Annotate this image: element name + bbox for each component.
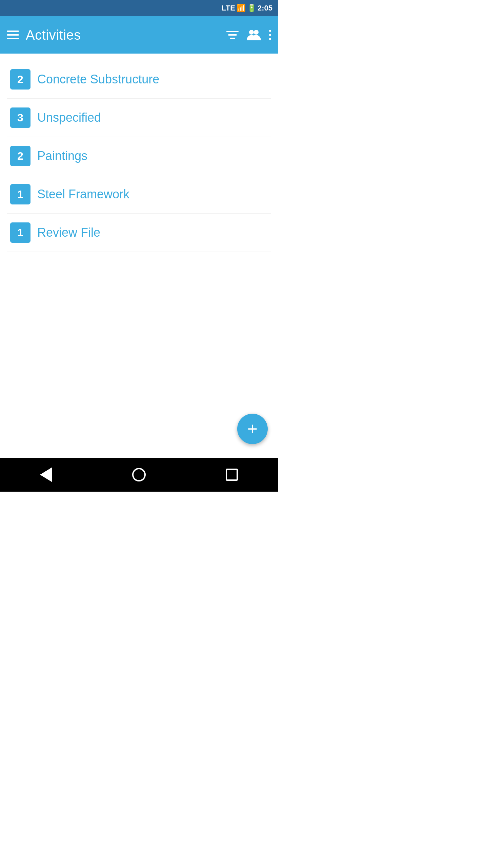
people-icon[interactable] bbox=[245, 26, 262, 43]
recents-button[interactable] bbox=[226, 469, 238, 481]
back-icon bbox=[40, 467, 52, 482]
app-bar-left: Activities bbox=[7, 27, 81, 43]
item-badge: 2 bbox=[10, 146, 30, 166]
svg-point-1 bbox=[254, 30, 259, 35]
item-label: Unspecified bbox=[37, 111, 101, 125]
list-item[interactable]: 2 Concrete Substructure bbox=[7, 60, 271, 99]
svg-point-0 bbox=[249, 30, 254, 35]
status-signal: 📶 bbox=[237, 4, 246, 13]
page-title: Activities bbox=[26, 27, 81, 43]
status-lte: LTE bbox=[222, 4, 235, 13]
status-bar: LTE 📶 🔋 2:05 bbox=[0, 0, 278, 16]
status-battery: 🔋 bbox=[247, 4, 256, 13]
more-options-icon[interactable] bbox=[269, 30, 271, 40]
list-item[interactable]: 2 Paintings bbox=[7, 137, 271, 175]
item-label: Review File bbox=[37, 225, 100, 240]
activities-list: 2 Concrete Substructure 3 Unspecified 2 … bbox=[0, 54, 278, 259]
add-icon: + bbox=[247, 420, 258, 438]
status-icons: LTE 📶 🔋 2:05 bbox=[222, 4, 272, 13]
item-badge: 3 bbox=[10, 107, 30, 128]
item-badge: 1 bbox=[10, 184, 30, 204]
back-button[interactable] bbox=[40, 467, 52, 482]
app-bar-right bbox=[226, 26, 271, 43]
list-item[interactable]: 1 Steel Framework bbox=[7, 175, 271, 214]
bottom-nav bbox=[0, 458, 278, 492]
item-badge: 2 bbox=[10, 69, 30, 90]
list-item[interactable]: 3 Unspecified bbox=[7, 99, 271, 137]
status-time: 2:05 bbox=[258, 4, 272, 13]
menu-button[interactable] bbox=[7, 31, 19, 39]
add-button[interactable]: + bbox=[237, 414, 268, 444]
item-label: Concrete Substructure bbox=[37, 72, 159, 86]
item-label: Paintings bbox=[37, 149, 87, 163]
filter-icon[interactable] bbox=[226, 31, 239, 39]
item-badge: 1 bbox=[10, 222, 30, 243]
home-icon bbox=[132, 468, 146, 481]
app-bar: Activities bbox=[0, 16, 278, 54]
item-label: Steel Framework bbox=[37, 187, 129, 201]
list-item[interactable]: 1 Review File bbox=[7, 214, 271, 252]
recents-icon bbox=[226, 469, 238, 481]
home-button[interactable] bbox=[132, 468, 146, 481]
